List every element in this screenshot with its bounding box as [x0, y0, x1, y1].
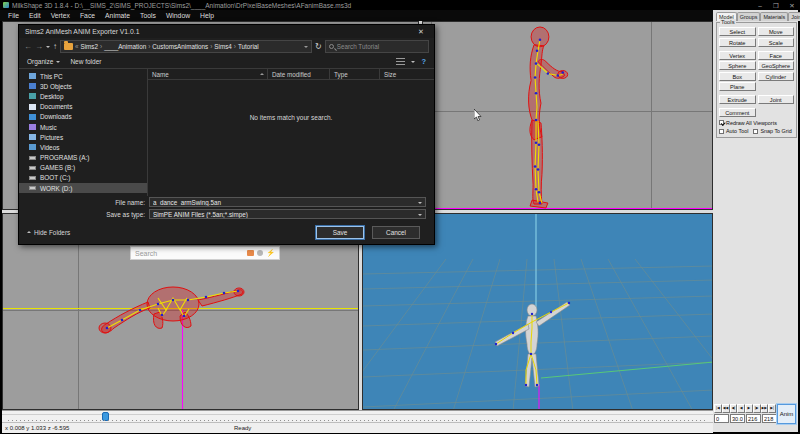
- dialog-search-input[interactable]: [337, 43, 425, 50]
- joint-button[interactable]: Joint: [758, 95, 795, 104]
- file-name-field[interactable]: [149, 197, 426, 207]
- menu-file[interactable]: File: [3, 10, 24, 21]
- scale-button[interactable]: Scale: [758, 38, 795, 47]
- current-frame-field[interactable]: [714, 414, 729, 423]
- redraw-checkbox-row[interactable]: Redraw All Viewports: [719, 120, 794, 126]
- select-button[interactable]: Select: [719, 27, 756, 36]
- new-folder-button[interactable]: New folder: [70, 58, 101, 65]
- minimize-button[interactable]: –: [752, 1, 768, 10]
- save-type-input[interactable]: [153, 211, 418, 218]
- timeline-track[interactable]: [2, 410, 713, 422]
- sidebar-item-games-drive[interactable]: GAMES (B:): [19, 163, 147, 173]
- fast-forward-button[interactable]: ▶▶: [761, 404, 769, 413]
- file-name-dropdown-icon[interactable]: [418, 202, 422, 206]
- comment-button[interactable]: Comment: [719, 108, 756, 117]
- anim-field-4[interactable]: [762, 414, 777, 423]
- close-button[interactable]: ✕: [784, 1, 800, 10]
- organize-button[interactable]: Organize: [27, 58, 60, 65]
- lightning-icon[interactable]: ⚡: [266, 250, 275, 256]
- step-forward-button[interactable]: ▶: [745, 404, 753, 413]
- rewind-button[interactable]: ◀◀: [722, 404, 730, 413]
- maximize-button[interactable]: ❐: [768, 1, 784, 10]
- snap-grid-checkbox[interactable]: [753, 129, 758, 134]
- refresh-icon[interactable]: ↻: [315, 42, 322, 52]
- sidebar-item-downloads[interactable]: Downloads: [19, 112, 147, 122]
- menu-vertex[interactable]: Vertex: [46, 10, 75, 21]
- folder-icon[interactable]: [247, 250, 254, 256]
- sidebar-item-3d-objects[interactable]: 3D Objects: [19, 81, 147, 91]
- file-name-input[interactable]: [153, 199, 418, 206]
- rotate-button[interactable]: Rotate: [719, 38, 756, 47]
- menu-tools[interactable]: Tools: [135, 10, 161, 21]
- dialog-close-icon[interactable]: ✕: [414, 28, 428, 36]
- column-type[interactable]: Type: [330, 69, 380, 79]
- prev-key-button[interactable]: ◀|: [730, 404, 738, 413]
- sidebar-item-documents[interactable]: Documents: [19, 102, 147, 112]
- move-button[interactable]: Move: [758, 27, 795, 36]
- plane-button[interactable]: Plane: [719, 82, 756, 91]
- total-frames-field[interactable]: [730, 414, 745, 423]
- box-button[interactable]: Box: [719, 72, 756, 81]
- breadcrumb-segment[interactable]: Sims4: [214, 43, 232, 50]
- save-button[interactable]: Save: [316, 226, 364, 239]
- tab-joints[interactable]: Joints: [788, 12, 800, 21]
- viewport-top-right[interactable]: [422, 21, 713, 210]
- column-name[interactable]: Name: [148, 69, 268, 79]
- up-icon[interactable]: ↑: [53, 42, 57, 52]
- extrude-button[interactable]: Extrude: [719, 95, 756, 104]
- sidebar-item-music[interactable]: Music: [19, 122, 147, 132]
- face-button[interactable]: Face: [758, 51, 795, 60]
- sidebar-item-work-drive[interactable]: WORK (D:): [19, 183, 147, 193]
- dialog-search[interactable]: [325, 40, 429, 53]
- clock-icon[interactable]: [257, 250, 263, 256]
- tab-groups[interactable]: Groups: [737, 12, 761, 21]
- menu-help[interactable]: Help: [195, 10, 219, 21]
- column-size[interactable]: Size: [380, 69, 418, 79]
- save-type-field[interactable]: [149, 209, 426, 219]
- auto-tool-checkbox[interactable]: [719, 129, 724, 134]
- back-icon[interactable]: ←: [24, 42, 32, 52]
- breadcrumb-segment[interactable]: ____Animation: [104, 43, 146, 50]
- breadcrumb-segment[interactable]: Tutorial: [238, 43, 259, 50]
- menu-face[interactable]: Face: [75, 10, 100, 21]
- save-type-dropdown-icon[interactable]: [418, 214, 422, 218]
- floating-search-input[interactable]: [135, 250, 244, 257]
- file-list[interactable]: Name Date modified Type Size No items ma…: [147, 69, 434, 196]
- dialog-title-bar[interactable]: Sims2 AniMesh ANIM Exporter V1.0.1 ✕: [19, 25, 434, 38]
- column-date-modified[interactable]: Date modified: [268, 69, 330, 79]
- sidebar-item-programs-drive[interactable]: PROGRAMS (A:): [19, 153, 147, 163]
- hide-folders-button[interactable]: Hide Folders: [27, 229, 70, 236]
- step-back-button[interactable]: ◀: [737, 404, 745, 413]
- sidebar-item-this-pc[interactable]: This PC: [19, 71, 147, 81]
- sidebar-item-desktop[interactable]: Desktop: [19, 91, 147, 101]
- sidebar-item-pictures[interactable]: Pictures: [19, 132, 147, 142]
- help-icon[interactable]: ?: [421, 57, 426, 66]
- tab-materials[interactable]: Materials: [760, 12, 788, 21]
- history-caret-icon[interactable]: [46, 46, 50, 50]
- first-frame-button[interactable]: |◀: [714, 404, 722, 413]
- sidebar-item-boot-drive[interactable]: BOOT (C:): [19, 173, 147, 183]
- breadcrumb-segment[interactable]: CustomsAnimations: [152, 43, 208, 50]
- redraw-checkbox[interactable]: [719, 120, 724, 125]
- geosphere-button[interactable]: GeoSphere: [758, 61, 795, 70]
- breadcrumb-overflow[interactable]: «: [75, 43, 79, 50]
- breadcrumb[interactable]: « Sims2 › ____Animation › CustomsAnimati…: [60, 40, 312, 53]
- breadcrumb-dropdown-icon[interactable]: [304, 46, 308, 50]
- forward-icon[interactable]: →: [35, 42, 43, 52]
- breadcrumb-segment[interactable]: Sims2: [81, 43, 99, 50]
- last-frame-button[interactable]: ▶|: [768, 404, 776, 413]
- view-mode-caret-icon[interactable]: [411, 61, 415, 65]
- anim-field-3[interactable]: [746, 414, 761, 423]
- sidebar-item-videos[interactable]: Videos: [19, 142, 147, 152]
- cylinder-button[interactable]: Cylinder: [758, 72, 795, 81]
- menu-window[interactable]: Window: [161, 10, 195, 21]
- vertex-button[interactable]: Vertex: [719, 51, 756, 60]
- next-key-button[interactable]: |▶: [753, 404, 761, 413]
- cancel-button[interactable]: Cancel: [372, 226, 420, 239]
- anim-toggle-button[interactable]: Anim: [777, 404, 796, 424]
- floating-search-bar[interactable]: ⚡: [130, 246, 280, 260]
- menu-animate[interactable]: Animate: [100, 10, 135, 21]
- menu-edit[interactable]: Edit: [24, 10, 46, 21]
- sphere-button[interactable]: Sphere: [719, 61, 756, 70]
- view-mode-icon[interactable]: [396, 58, 405, 65]
